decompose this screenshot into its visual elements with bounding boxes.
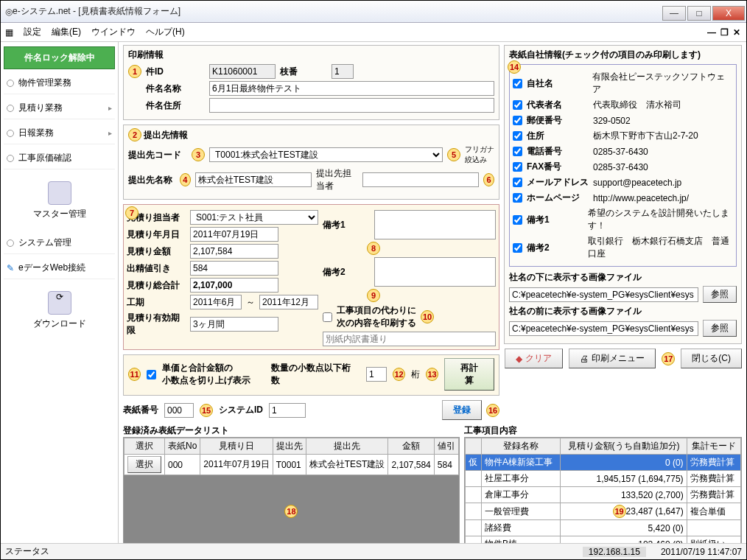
- status-bar: ステータス 192.168.1.15 2011/07/19 11:47:07: [1, 543, 746, 559]
- menu-window[interactable]: ウインドウ: [91, 26, 136, 38]
- recalculate-button[interactable]: 再計算: [444, 358, 494, 391]
- cover-check[interactable]: [513, 162, 522, 172]
- master-icon: [48, 181, 71, 205]
- registered-table: 選択表紙No見積り日提出先提出先金額値引 選択0002011年07月19日T00…: [124, 438, 459, 475]
- sidebar-master[interactable]: マスター管理: [4, 181, 115, 220]
- dest-code-select[interactable]: T0001:株式会社TEST建設: [209, 147, 443, 162]
- cover-check[interactable]: [513, 131, 522, 141]
- tanto-select[interactable]: S001:テスト社員: [190, 210, 318, 225]
- biko2-field[interactable]: [374, 257, 496, 287]
- download-icon: ⟳: [48, 291, 71, 315]
- menu-icon: ▦: [5, 27, 13, 38]
- sidebar-download[interactable]: ⟳ダウンロード: [4, 291, 115, 330]
- sidebar-item-bukken[interactable]: 物件管理業務: [4, 72, 115, 94]
- total-field[interactable]: [190, 278, 278, 293]
- menu-settings[interactable]: 設定: [24, 26, 41, 38]
- cover-check[interactable]: [513, 243, 522, 253]
- clear-button[interactable]: ◆ クリア: [505, 349, 563, 368]
- maximize-button[interactable]: □: [687, 6, 711, 21]
- cover-check[interactable]: [513, 147, 522, 156]
- coverno-field[interactable]: [164, 403, 194, 418]
- branch-field[interactable]: [332, 64, 354, 79]
- img2-path[interactable]: [509, 321, 698, 336]
- estdate-field[interactable]: [190, 227, 278, 242]
- biko1-field[interactable]: [374, 210, 496, 239]
- status-timestamp: 2011/07/19 11:47:07: [661, 547, 742, 557]
- dest-group: 2 提出先情報 提出先コード 3 T0001:株式会社TEST建設 5 フリガナ…: [123, 125, 499, 200]
- dest-name-field[interactable]: [195, 172, 312, 187]
- print-info-title: 印刷情報: [128, 49, 494, 61]
- mdi-close[interactable]: ✕: [733, 27, 740, 38]
- period-to[interactable]: [259, 295, 318, 309]
- select-row-button[interactable]: 選択: [127, 456, 161, 473]
- sidebar-item-edata[interactable]: ✎eデータWeb接続: [4, 257, 115, 279]
- app-icon: ◎: [5, 7, 13, 17]
- rounding-group: 11 単価と合計金額の 小数点を切り上げ表示 数量の小数点以下桁数 12 桁 1…: [123, 354, 499, 396]
- sidebar: 件名ロック解除中 物件管理業務 見積り業務▸ 日報業務▸ 工事原価確認 マスター…: [1, 42, 119, 543]
- cover-check[interactable]: [513, 79, 522, 88]
- estimate-group: 7 見積り担当者S001:テスト社員 見積り年月日 見積り金額 出精値引き 見積…: [123, 204, 499, 350]
- minimize-button[interactable]: —: [662, 6, 686, 21]
- items-table: 登録名称見積り金額(うち自動追加分)集計モード仮物件A棟新築工事0 (0)労務費…: [465, 438, 741, 543]
- cover-check[interactable]: [513, 193, 522, 203]
- cover-company-group: 表紙自社情報(チェック付の項目のみ印刷します) 14 自社名有限会社ピーステック…: [504, 45, 742, 344]
- sidebar-item-sysmgmt[interactable]: システム管理: [4, 232, 115, 254]
- roundup-check[interactable]: [147, 370, 156, 379]
- img1-path[interactable]: [509, 287, 698, 302]
- branch-label: 枝番: [280, 66, 327, 78]
- register-button[interactable]: 登録: [442, 400, 482, 420]
- menu-bar: ▦ 設定 編集(E) ウインドウ ヘルプ(H) — ❐ ✕: [1, 23, 746, 42]
- status-ip: 192.168.1.15: [583, 547, 646, 557]
- cover-check[interactable]: [513, 215, 522, 225]
- sysid-field[interactable]: [269, 403, 306, 418]
- lock-release-button[interactable]: 件名ロック解除中: [4, 46, 115, 69]
- sidebar-item-mitsumori[interactable]: 見積り業務▸: [4, 97, 115, 119]
- window-titlebar: ◎ e-システム.net - [見積書表紙情報フォーム] — □ X: [1, 1, 746, 23]
- window-title: e-システム.net - [見積書表紙情報フォーム]: [13, 5, 180, 18]
- dest-contact-field[interactable]: [362, 172, 479, 187]
- browse2-button[interactable]: 参照: [703, 320, 737, 337]
- status-label: ステータス: [5, 545, 49, 558]
- mdi-restore[interactable]: ❐: [720, 27, 729, 38]
- kenmei-field[interactable]: [209, 81, 494, 96]
- close-dialog-button[interactable]: 閉じる(C): [681, 349, 742, 368]
- browse1-button[interactable]: 参照: [703, 286, 737, 303]
- kenjusho-field[interactable]: [209, 98, 494, 113]
- cover-check[interactable]: [513, 100, 522, 110]
- sidebar-item-genka[interactable]: 工事原価確認: [4, 147, 115, 169]
- close-button[interactable]: X: [712, 6, 745, 21]
- discount-field[interactable]: [190, 261, 278, 276]
- period-from[interactable]: [190, 295, 242, 309]
- sidebar-item-nippo[interactable]: 日報業務▸: [4, 122, 115, 144]
- chevron-right-icon: ▸: [108, 104, 112, 112]
- chevron-right-icon: ▸: [108, 129, 112, 137]
- menu-help[interactable]: ヘルプ(H): [146, 26, 185, 38]
- valid-field[interactable]: [190, 317, 278, 332]
- digits-field[interactable]: [366, 367, 387, 382]
- register-row: 表紙番号 15 システムID 登録 16: [123, 400, 499, 420]
- cover-check[interactable]: [513, 116, 522, 125]
- altprint-field[interactable]: [323, 332, 496, 346]
- kenid-field[interactable]: [209, 64, 276, 79]
- menu-edit[interactable]: 編集(E): [52, 26, 81, 38]
- cover-check[interactable]: [513, 178, 522, 187]
- estamt-field[interactable]: [190, 244, 278, 259]
- mdi-minimize[interactable]: —: [707, 27, 716, 38]
- print-menu-button[interactable]: 🖨 印刷メニュー: [569, 349, 656, 368]
- items-list[interactable]: 登録名称見積り金額(うち自動追加分)集計モード仮物件A棟新築工事0 (0)労務費…: [464, 437, 742, 543]
- registered-list[interactable]: 選択表紙No見積り日提出先提出先金額値引 選択0002011年07月19日T00…: [123, 437, 460, 543]
- badge-1: 1: [128, 65, 141, 78]
- print-info-group: 印刷情報 1 件ID 枝番 件名名称 件名住所: [123, 45, 499, 120]
- altprint-check[interactable]: [323, 312, 332, 322]
- kenid-label: 件ID: [146, 66, 205, 78]
